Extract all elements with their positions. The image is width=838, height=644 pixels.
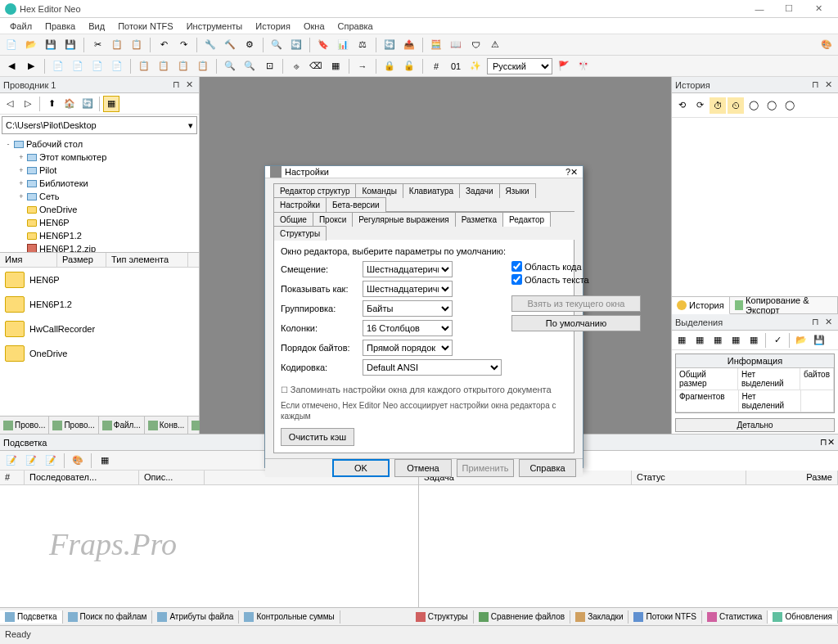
take-from-window-button[interactable]: Взять из текущего окна [511,295,641,312]
close-panel-icon[interactable]: ✕ [822,316,835,329]
shield-icon[interactable]: 🛡 [467,37,484,53]
nav-fwd-icon[interactable]: ▷ [20,96,36,112]
menu-Справка[interactable]: Справка [331,20,380,33]
bottom-tab[interactable]: Подсветка [0,610,63,624]
doc2-icon[interactable]: 📄 [70,58,86,74]
tree-node[interactable]: OneDrive [0,203,199,216]
hist6-icon[interactable]: ◯ [764,97,780,114]
bin-icon[interactable]: 01 [448,58,464,74]
dialog-tab[interactable]: Клавиатура [403,183,460,198]
list2-icon[interactable]: 📋 [155,58,172,74]
copy-icon[interactable]: 📋 [109,37,125,53]
file-col-header[interactable]: Размер [57,253,106,267]
refresh-icon[interactable]: 🔄 [381,37,398,53]
warn-icon[interactable]: ⚠ [487,37,503,53]
tool-icon[interactable]: 🔧 [202,37,219,53]
sel1-icon[interactable]: ▦ [674,332,690,349]
selcheck-icon[interactable]: ✓ [769,332,786,349]
replace-icon[interactable]: 🔄 [288,37,304,53]
menu-Окна[interactable]: Окна [297,20,331,33]
hl3-icon[interactable]: 📝 [43,453,59,469]
save-icon[interactable]: 💾 [43,37,59,53]
refresh2-icon[interactable]: 🔄 [79,96,96,112]
sel5-icon[interactable]: ▦ [746,332,762,349]
menu-Инструменты[interactable]: Инструменты [180,20,250,33]
flag1-icon[interactable]: 🚩 [556,58,572,74]
help-button[interactable]: Справка [519,459,576,477]
fill-icon[interactable]: ▦ [327,58,344,74]
tree-node[interactable]: +Сеть [0,190,199,203]
del-icon[interactable]: ⌫ [308,58,324,74]
close-panel-icon[interactable]: ✕ [182,79,196,92]
tree-node[interactable]: HEN6P1.2 [0,229,199,242]
fwd-icon[interactable]: ▶ [23,58,39,74]
hist1-icon[interactable]: ⟲ [674,97,690,114]
compare-icon[interactable]: ⚖ [354,37,371,53]
tool2-icon[interactable]: 🔨 [222,37,238,53]
close-panel-icon[interactable]: ✕ [827,437,835,448]
explorer-tab[interactable]: Прово... [0,417,49,434]
bottom-tab[interactable]: Поиск по файлам [63,610,153,624]
lock-icon[interactable]: 🔒 [381,58,398,74]
byteorder-select[interactable]: Прямой порядок [363,340,453,356]
home-icon[interactable]: 🏠 [61,96,78,112]
calc-icon[interactable]: 🧮 [428,37,444,53]
detail-button[interactable]: Детально [675,418,835,432]
sel4-icon[interactable]: ▦ [728,332,744,349]
maximize-button[interactable]: ☐ [774,1,804,17]
explorer-tab[interactable]: Файл... [99,417,145,434]
text-area-checkbox[interactable]: Область текста [511,274,634,285]
dialog-tab[interactable]: Общие [273,212,313,227]
default-button[interactable]: По умолчанию [511,315,641,331]
display-select[interactable]: Шестнадцатеричн [363,281,453,297]
pin-icon[interactable]: ⊓ [809,79,822,92]
ins-icon[interactable]: ⎆ [288,58,304,74]
hl1-icon[interactable]: 📝 [3,453,20,469]
export-icon[interactable]: 📤 [401,37,417,53]
cancel-button[interactable]: Отмена [394,459,452,477]
menu-Вид[interactable]: Вид [82,20,111,33]
folder-tree[interactable]: -Рабочий стол+Этот компьютер+Pilot+Библи… [0,136,199,252]
bottom-tab[interactable]: Контрольные суммы [239,610,340,624]
redo-icon[interactable]: ↷ [175,37,191,53]
selopen-icon[interactable]: 📂 [793,332,809,349]
bottom-tab[interactable]: Обновления [768,610,838,624]
tab-history[interactable]: История [672,297,730,314]
path-input[interactable]: C:\Users\Pilot\Desktop▾ [2,116,197,134]
dialog-tab[interactable]: Редактор структур [273,183,356,198]
doc1-icon[interactable]: 📄 [50,58,66,74]
doc4-icon[interactable]: 📄 [109,58,125,74]
menu-Правка[interactable]: Правка [38,20,82,33]
dialog-tab[interactable]: Регулярные выражения [352,212,455,227]
tree-node[interactable]: HEN6P [0,216,199,229]
book-icon[interactable]: 📖 [448,37,464,53]
dialog-tab[interactable]: Бета-версии [326,197,386,212]
flag2-icon[interactable]: 🎌 [575,58,592,74]
dialog-tab[interactable]: Прокси [313,212,353,227]
file-col-header[interactable]: Тип элемента [106,253,188,267]
tree-node[interactable]: -Рабочий стол [0,137,199,151]
dialog-close-button[interactable]: ✕ [570,167,578,178]
close-button[interactable]: ✕ [804,1,833,17]
doc3-icon[interactable]: 📄 [89,58,106,74]
dialog-tab[interactable]: Редактор [502,212,551,227]
hist2-icon[interactable]: ⟳ [692,97,708,114]
close-panel-icon[interactable]: ✕ [822,79,835,92]
dialog-tab[interactable]: Настройки [273,197,327,212]
encoding-select[interactable]: Default ANSI [363,359,502,376]
ok-button[interactable]: OK [332,459,390,477]
list3-icon[interactable]: 📋 [175,58,191,74]
pin-icon[interactable]: ⊓ [169,79,182,92]
up-icon[interactable]: ⬆ [43,96,60,112]
dialog-tab[interactable]: Языки [499,183,536,198]
bottom-tab[interactable]: Структуры [411,610,474,624]
hist7-icon[interactable]: ◯ [782,97,798,114]
dialog-tab[interactable]: Команды [355,183,403,198]
tab-copyexport[interactable]: Копирование & Экспорт [730,297,838,313]
file-item[interactable]: OneDrive [0,341,199,366]
menu-Файл[interactable]: Файл [3,20,38,33]
paste-icon[interactable]: 📋 [128,37,145,53]
group-select[interactable]: Байты [363,300,453,317]
bottom-tab[interactable]: Закладки [570,610,628,624]
sel3-icon[interactable]: ▦ [710,332,726,349]
